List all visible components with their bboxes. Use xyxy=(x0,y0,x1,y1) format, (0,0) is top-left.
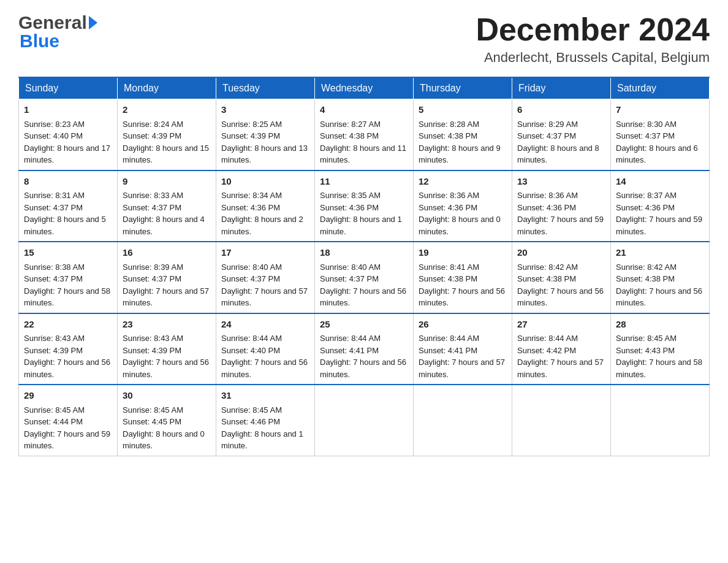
calendar-cell: 19Sunrise: 8:41 AMSunset: 4:38 PMDayligh… xyxy=(414,242,512,313)
calendar-week-row: 22Sunrise: 8:43 AMSunset: 4:39 PMDayligh… xyxy=(19,313,710,385)
daylight-text: Daylight: 7 hours and 59 minutes. xyxy=(517,215,604,236)
day-number: 11 xyxy=(320,175,408,189)
daylight-text: Daylight: 7 hours and 56 minutes. xyxy=(123,358,209,379)
day-number: 2 xyxy=(123,103,211,117)
sunrise-text: Sunrise: 8:35 AM xyxy=(320,191,381,200)
calendar-cell: 8Sunrise: 8:31 AMSunset: 4:37 PMDaylight… xyxy=(19,170,118,242)
day-header-monday: Monday xyxy=(118,77,216,99)
sunrise-text: Sunrise: 8:33 AM xyxy=(123,191,183,200)
day-number: 5 xyxy=(419,103,507,117)
day-number: 30 xyxy=(123,389,211,403)
sunset-text: Sunset: 4:37 PM xyxy=(320,274,379,283)
daylight-text: Daylight: 7 hours and 56 minutes. xyxy=(320,358,406,379)
daylight-text: Daylight: 7 hours and 56 minutes. xyxy=(517,286,604,308)
sunset-text: Sunset: 4:38 PM xyxy=(419,274,477,283)
sunrise-text: Sunrise: 8:38 AM xyxy=(24,262,85,272)
daylight-text: Daylight: 8 hours and 1 minute. xyxy=(221,429,303,451)
day-number: 17 xyxy=(221,246,309,260)
daylight-text: Daylight: 8 hours and 13 minutes. xyxy=(221,144,308,165)
sunset-text: Sunset: 4:40 PM xyxy=(24,131,83,140)
day-number: 20 xyxy=(517,246,605,260)
sunset-text: Sunset: 4:37 PM xyxy=(24,203,83,212)
daylight-text: Daylight: 8 hours and 0 minutes. xyxy=(419,215,501,236)
sunrise-text: Sunrise: 8:40 AM xyxy=(221,262,282,272)
sunrise-text: Sunrise: 8:45 AM xyxy=(221,405,282,415)
day-number: 7 xyxy=(616,103,704,117)
sunrise-text: Sunrise: 8:41 AM xyxy=(419,262,479,272)
sunrise-text: Sunrise: 8:39 AM xyxy=(123,262,183,272)
calendar-cell: 7Sunrise: 8:30 AMSunset: 4:37 PMDaylight… xyxy=(611,99,710,170)
calendar-table: SundayMondayTuesdayWednesdayThursdayFrid… xyxy=(18,77,710,456)
calendar-cell: 24Sunrise: 8:44 AMSunset: 4:40 PMDayligh… xyxy=(216,313,315,385)
sunset-text: Sunset: 4:38 PM xyxy=(320,131,379,140)
sunrise-text: Sunrise: 8:42 AM xyxy=(616,262,677,272)
calendar-week-row: 1Sunrise: 8:23 AMSunset: 4:40 PMDaylight… xyxy=(19,99,710,170)
daylight-text: Daylight: 8 hours and 6 minutes. xyxy=(616,144,698,165)
daylight-text: Daylight: 7 hours and 56 minutes. xyxy=(24,358,110,379)
calendar-cell: 31Sunrise: 8:45 AMSunset: 4:46 PMDayligh… xyxy=(216,385,315,456)
logo-general-text: General xyxy=(18,12,87,33)
sunrise-text: Sunrise: 8:36 AM xyxy=(517,191,578,200)
sunset-text: Sunset: 4:36 PM xyxy=(221,203,280,212)
logo-chevron-icon xyxy=(89,16,97,29)
daylight-text: Daylight: 7 hours and 57 minutes. xyxy=(517,358,604,379)
daylight-text: Daylight: 7 hours and 58 minutes. xyxy=(616,358,702,379)
page-header: General Blue December 2024 Anderlecht, B… xyxy=(18,12,710,66)
calendar-cell: 25Sunrise: 8:44 AMSunset: 4:41 PMDayligh… xyxy=(315,313,414,385)
sunrise-text: Sunrise: 8:25 AM xyxy=(221,120,282,129)
calendar-cell: 4Sunrise: 8:27 AMSunset: 4:38 PMDaylight… xyxy=(315,99,414,170)
calendar-cell: 26Sunrise: 8:44 AMSunset: 4:41 PMDayligh… xyxy=(414,313,512,385)
sunset-text: Sunset: 4:45 PM xyxy=(123,417,181,426)
sunrise-text: Sunrise: 8:44 AM xyxy=(419,334,479,343)
sunset-text: Sunset: 4:44 PM xyxy=(24,417,83,426)
calendar-cell: 22Sunrise: 8:43 AMSunset: 4:39 PMDayligh… xyxy=(19,313,118,385)
day-header-tuesday: Tuesday xyxy=(216,77,315,99)
sunrise-text: Sunrise: 8:36 AM xyxy=(419,191,479,200)
daylight-text: Daylight: 7 hours and 59 minutes. xyxy=(616,215,702,236)
sunset-text: Sunset: 4:39 PM xyxy=(221,131,280,140)
day-number: 21 xyxy=(616,246,704,260)
day-number: 1 xyxy=(24,103,112,117)
daylight-text: Daylight: 7 hours and 59 minutes. xyxy=(24,429,110,451)
calendar-cell: 18Sunrise: 8:40 AMSunset: 4:37 PMDayligh… xyxy=(315,242,414,313)
sunset-text: Sunset: 4:42 PM xyxy=(517,346,576,355)
sunset-text: Sunset: 4:46 PM xyxy=(221,417,280,426)
calendar-cell: 1Sunrise: 8:23 AMSunset: 4:40 PMDaylight… xyxy=(19,99,118,170)
sunrise-text: Sunrise: 8:43 AM xyxy=(123,334,183,343)
day-number: 27 xyxy=(517,318,605,332)
day-header-sunday: Sunday xyxy=(19,77,118,99)
calendar-cell xyxy=(512,385,611,456)
title-block: December 2024 Anderlecht, Brussels Capit… xyxy=(476,12,710,66)
daylight-text: Daylight: 7 hours and 56 minutes. xyxy=(221,358,308,379)
sunset-text: Sunset: 4:36 PM xyxy=(320,203,379,212)
day-number: 31 xyxy=(221,389,309,403)
day-number: 6 xyxy=(517,103,605,117)
daylight-text: Daylight: 8 hours and 2 minutes. xyxy=(221,215,303,236)
sunrise-text: Sunrise: 8:34 AM xyxy=(221,191,282,200)
day-number: 15 xyxy=(24,246,112,260)
logo-row1: General xyxy=(18,12,97,33)
sunrise-text: Sunrise: 8:27 AM xyxy=(320,120,381,129)
sunrise-text: Sunrise: 8:29 AM xyxy=(517,120,578,129)
calendar-cell: 3Sunrise: 8:25 AMSunset: 4:39 PMDaylight… xyxy=(216,99,315,170)
daylight-text: Daylight: 7 hours and 56 minutes. xyxy=(616,286,702,308)
calendar-cell: 9Sunrise: 8:33 AMSunset: 4:37 PMDaylight… xyxy=(118,170,216,242)
calendar-cell: 23Sunrise: 8:43 AMSunset: 4:39 PMDayligh… xyxy=(118,313,216,385)
daylight-text: Daylight: 8 hours and 8 minutes. xyxy=(517,144,599,165)
sunset-text: Sunset: 4:38 PM xyxy=(517,274,576,283)
calendar-week-row: 15Sunrise: 8:38 AMSunset: 4:37 PMDayligh… xyxy=(19,242,710,313)
sunset-text: Sunset: 4:41 PM xyxy=(419,346,477,355)
calendar-cell: 2Sunrise: 8:24 AMSunset: 4:39 PMDaylight… xyxy=(118,99,216,170)
calendar-cell: 20Sunrise: 8:42 AMSunset: 4:38 PMDayligh… xyxy=(512,242,611,313)
calendar-cell: 21Sunrise: 8:42 AMSunset: 4:38 PMDayligh… xyxy=(611,242,710,313)
month-title: December 2024 xyxy=(476,12,710,47)
day-number: 14 xyxy=(616,175,704,189)
sunset-text: Sunset: 4:36 PM xyxy=(616,203,675,212)
location-title: Anderlecht, Brussels Capital, Belgium xyxy=(476,50,710,66)
sunrise-text: Sunrise: 8:42 AM xyxy=(517,262,578,272)
daylight-text: Daylight: 8 hours and 9 minutes. xyxy=(419,144,501,165)
calendar-cell: 10Sunrise: 8:34 AMSunset: 4:36 PMDayligh… xyxy=(216,170,315,242)
calendar-cell: 29Sunrise: 8:45 AMSunset: 4:44 PMDayligh… xyxy=(19,385,118,456)
day-number: 26 xyxy=(419,318,507,332)
daylight-text: Daylight: 8 hours and 4 minutes. xyxy=(123,215,205,236)
